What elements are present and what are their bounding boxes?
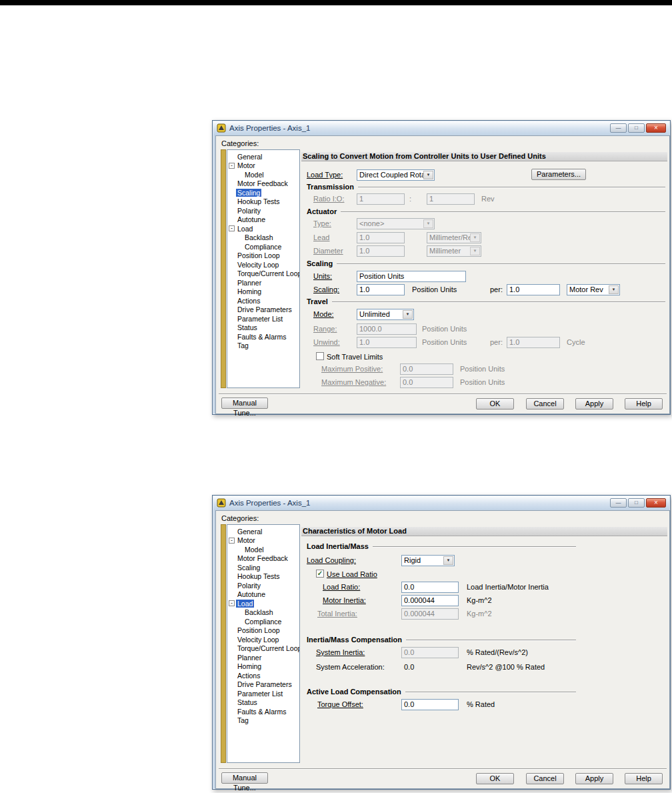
tree-item-position-loop[interactable]: Position Loop [227, 626, 299, 636]
chevron-down-icon: ▼ [423, 219, 433, 228]
tree-expander-icon[interactable]: - [229, 225, 235, 231]
manual-tune-button[interactable]: Manual Tune... [221, 772, 268, 784]
tree-item-hookup-tests[interactable]: Hookup Tests [227, 197, 299, 207]
tree-item-scaling[interactable]: Scaling [227, 188, 299, 197]
tree-item-scaling[interactable]: Scaling [227, 563, 299, 572]
scaling-input[interactable]: 1.0 [357, 284, 405, 295]
tree-item-model[interactable]: Model [227, 545, 299, 554]
tree-item-status[interactable]: Status [227, 323, 299, 333]
maximize-button-icon[interactable]: □ [628, 123, 645, 133]
tree-item-load[interactable]: -Load [227, 224, 299, 233]
minimize-button-icon[interactable]: — [610, 498, 627, 508]
tree-item-planner[interactable]: Planner [227, 653, 299, 662]
units-label: Units: [313, 272, 332, 280]
tree-item-actions[interactable]: Actions [227, 296, 299, 305]
chevron-down-icon[interactable]: ▼ [403, 310, 413, 319]
per-unit-select[interactable]: Motor Rev ▼ [567, 284, 620, 295]
torque-offset-input[interactable]: 0.0 [401, 699, 459, 710]
tree-item-motor[interactable]: -Motor [227, 161, 299, 171]
tree-item-general[interactable]: General [227, 527, 299, 536]
tree-item-torque-current-loop[interactable]: Torque/Current Loop [227, 269, 299, 279]
tree-item-homing[interactable]: Homing [227, 662, 299, 672]
help-button[interactable]: Help [625, 773, 663, 784]
tree-item-drive-parameters[interactable]: Drive Parameters [227, 305, 299, 315]
tree-item-load[interactable]: -Load [227, 599, 299, 608]
maximum-negative-input: 0.0 [400, 377, 453, 388]
tree-item-model[interactable]: Model [227, 170, 299, 179]
tree-item-position-loop[interactable]: Position Loop [227, 251, 299, 261]
tree-item-homing[interactable]: Homing [227, 287, 299, 297]
tree-item-actions[interactable]: Actions [227, 671, 299, 680]
window-titlebar[interactable]: Axis Properties - Axis_1 — □ × [213, 121, 669, 135]
soft-travel-limits-checkbox[interactable] [316, 352, 324, 360]
tree-item-hookup-tests[interactable]: Hookup Tests [227, 572, 299, 582]
tree-item-torque-current-loop[interactable]: Torque/Current Loop [227, 644, 299, 654]
categories-tree: General-MotorModelMotor FeedbackScalingH… [227, 524, 300, 763]
system-inertia-input: 0.0 [401, 647, 459, 658]
tree-item-polarity[interactable]: Polarity [227, 206, 299, 215]
tree-item-label: Backlash [243, 608, 275, 616]
chevron-down-icon[interactable]: ▼ [423, 171, 433, 179]
tree-item-motor-feedback[interactable]: Motor Feedback [227, 179, 299, 189]
tree-expander-icon[interactable]: - [229, 600, 235, 606]
tree-item-backlash[interactable]: Backlash [227, 233, 299, 243]
tree-item-status[interactable]: Status [227, 698, 299, 708]
use-load-ratio-checkbox[interactable]: ✓ [316, 570, 324, 578]
actuator-type-value: <none> [359, 219, 384, 227]
tree-item-faults-alarms[interactable]: Faults & Alarms [227, 332, 299, 341]
dialog-body: Categories: General-MotorModelMotor Feed… [215, 510, 670, 789]
chevron-down-icon[interactable]: ▼ [609, 285, 619, 294]
apply-button[interactable]: Apply [575, 773, 613, 784]
ratio-out-input: 1 [427, 193, 475, 205]
tree-item-motor[interactable]: -Motor [227, 536, 299, 546]
tree-item-compliance[interactable]: Compliance [227, 617, 299, 626]
chevron-down-icon[interactable]: ▼ [443, 556, 453, 565]
tree-item-backlash[interactable]: Backlash [227, 608, 299, 618]
cancel-button[interactable]: Cancel [526, 773, 564, 784]
load-ratio-input[interactable]: 0.0 [401, 582, 459, 593]
help-button[interactable]: Help [625, 398, 663, 410]
tree-item-autotune[interactable]: Autotune [227, 590, 299, 600]
close-button-icon[interactable]: × [646, 498, 666, 508]
soft-travel-limits-label[interactable]: Soft Travel Limits [327, 353, 383, 361]
tree-expander-icon[interactable]: - [229, 163, 235, 169]
mode-select[interactable]: Unlimited ▼ [357, 309, 414, 320]
tree-item-compliance[interactable]: Compliance [227, 242, 299, 251]
tree-item-drive-parameters[interactable]: Drive Parameters [227, 680, 299, 690]
tree-item-planner[interactable]: Planner [227, 278, 299, 287]
per-input[interactable]: 1.0 [507, 284, 560, 295]
units-input[interactable]: Position Units [357, 271, 466, 282]
tree-item-polarity[interactable]: Polarity [227, 581, 299, 590]
use-load-ratio-label[interactable]: Use Load Ratio [327, 570, 377, 578]
motor-inertia-input[interactable]: 0.000044 [401, 595, 459, 606]
tree-item-velocity-loop[interactable]: Velocity Loop [227, 635, 299, 644]
maximize-button-icon[interactable]: □ [628, 498, 645, 508]
tree-item-motor-feedback[interactable]: Motor Feedback [227, 554, 299, 564]
tree-expander-icon[interactable]: - [229, 538, 235, 544]
tree-item-general[interactable]: General [227, 152, 299, 161]
tree-item-velocity-loop[interactable]: Velocity Loop [227, 260, 299, 269]
manual-tune-button[interactable]: Manual Tune... [221, 398, 268, 409]
tree-item-faults-alarms[interactable]: Faults & Alarms [227, 707, 299, 716]
close-button-icon[interactable]: × [646, 123, 666, 133]
tree-item-label: Scaling [236, 189, 261, 197]
tree-item-tag[interactable]: Tag [227, 341, 299, 351]
ok-button[interactable]: OK [476, 773, 514, 784]
ok-button[interactable]: OK [476, 398, 514, 410]
tree-item-autotune[interactable]: Autotune [227, 215, 299, 225]
load-coupling-select[interactable]: Rigid ▼ [401, 555, 455, 566]
load-type-select[interactable]: Direct Coupled Rotary ▼ [357, 169, 435, 181]
parameters-button[interactable]: Parameters... [531, 169, 586, 180]
cancel-button[interactable]: Cancel [526, 398, 564, 410]
window-titlebar[interactable]: Axis Properties - Axis_1 — □ × [213, 496, 669, 510]
tree-item-tag[interactable]: Tag [227, 716, 299, 726]
system-acceleration-label: System Acceleration: [316, 663, 385, 671]
diameter-unit-value: Millimeter [429, 247, 461, 255]
tree-item-parameter-list[interactable]: Parameter List [227, 314, 299, 323]
tree-item-label: Autotune [236, 215, 267, 223]
diameter-label: Diameter [313, 247, 343, 255]
apply-button[interactable]: Apply [575, 398, 613, 410]
tree-item-parameter-list[interactable]: Parameter List [227, 689, 299, 698]
per-unit-value: Motor Rev [569, 285, 603, 293]
minimize-button-icon[interactable]: — [610, 123, 627, 133]
